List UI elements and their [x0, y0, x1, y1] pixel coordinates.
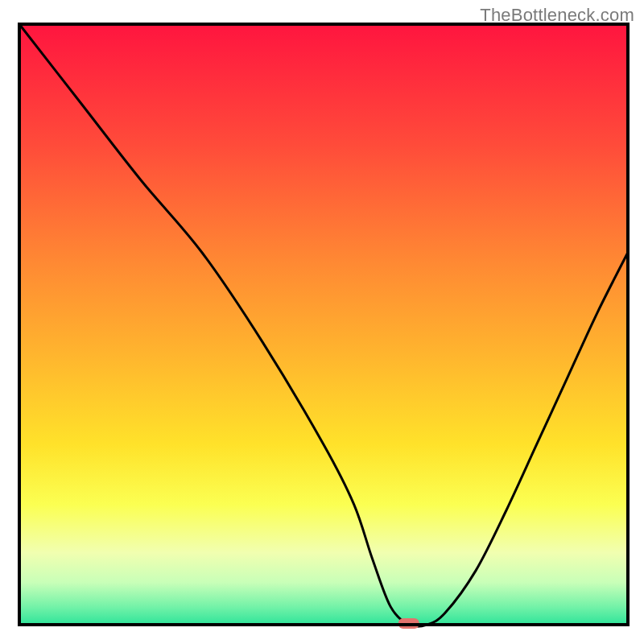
bottleneck-chart: TheBottleneck.com [0, 0, 644, 644]
plot-background [19, 24, 628, 625]
chart-svg [0, 0, 644, 644]
watermark-text: TheBottleneck.com [480, 5, 634, 26]
